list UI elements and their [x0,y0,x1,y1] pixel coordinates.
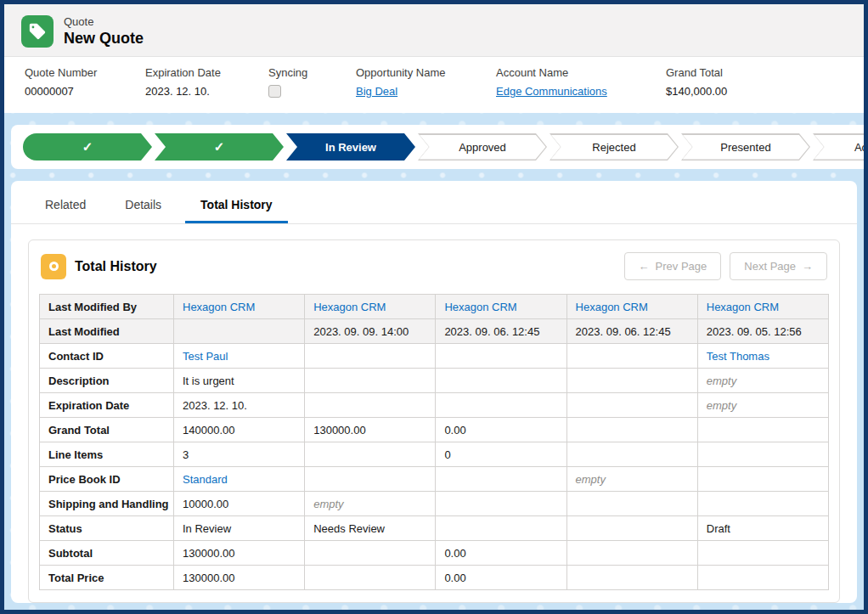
field-label: Grand Total [666,66,727,79]
field-opportunity-name: Opportunity NameBig Deal [356,66,496,101]
cell-link[interactable]: Test Thomas [707,350,769,363]
cell [174,319,305,344]
cell [697,566,828,590]
cell [305,369,436,393]
path-stage-label: Presented [683,135,809,160]
cell: Hexagon CRM [566,295,697,319]
cell [566,492,697,516]
field-value: 00000007 [25,85,145,98]
cell-link[interactable]: Standard [183,473,228,486]
path-stage-label: Rejected [551,135,678,160]
table-row-price-book-id: Price Book IDStandardempty [40,467,829,492]
table-row-last-modified: Last Modified2023. 09. 09. 14:002023. 09… [40,319,829,344]
path-stage-in-review[interactable]: In Review [286,133,415,161]
prev-page-button[interactable]: ← Prev Page [624,252,722,280]
cell-link[interactable]: Hexagon CRM [576,301,648,313]
table-row-line-items: Line Items30 [40,442,829,467]
main-card: RelatedDetailsTotal History Total Histor… [11,181,857,603]
table-row-subtotal: Subtotal130000.000.00 [40,541,829,566]
cell: 0.00 [436,541,566,566]
cell: Hexagon CRM [697,295,828,319]
cell [697,492,828,516]
cell: 130000.00 [174,541,305,566]
field-value[interactable]: Edge Communications [496,85,666,98]
cell [436,344,566,369]
field-label: Account Name [496,66,666,79]
tab-total-history[interactable]: Total History [185,186,288,223]
cell [305,566,436,590]
cell-link[interactable]: Test Paul [183,350,228,363]
tag-glyph [28,22,47,41]
cell: 3 [174,442,305,467]
cell-link[interactable]: Hexagon CRM [183,301,255,313]
tab-related[interactable]: Related [30,186,101,223]
history-table-body: Last Modified ByHexagon CRMHexagon CRMHe… [40,295,829,590]
path-stage-rejected[interactable]: Rejected [550,133,679,161]
next-page-label: Next Page [744,260,796,273]
cell: 2023. 09. 05. 12:56 [697,319,828,344]
history-icon-glyph [49,262,59,271]
cell [305,467,436,492]
cell [566,541,697,566]
row-label: Status [40,516,174,541]
row-label: Description [40,369,174,393]
cell: 0.00 [436,566,566,590]
history-table: Last Modified ByHexagon CRMHexagon CRMHe… [39,294,829,590]
cell: 140000.00 [174,418,305,442]
cell: empty [566,467,697,492]
cell [566,566,697,590]
field-label: Expiration Date [145,66,268,79]
cell [697,467,828,492]
field-label: Opportunity Name [356,66,496,79]
cell-link[interactable]: Hexagon CRM [707,301,779,313]
row-label: Shipping and Handling [40,492,174,516]
syncing-checkbox[interactable] [268,85,281,98]
path-stage-stage-1[interactable]: ✓ [23,133,152,161]
path-stage-accepted[interactable]: Accepted [813,133,864,161]
check-icon: ✓ [82,139,93,155]
path-stage-approved[interactable]: Approved [418,133,547,161]
table-row-expiration-date: Expiration Date2023. 12. 10.empty [40,393,829,418]
cell: 0 [436,442,566,467]
next-page-button[interactable]: Next Page → [730,252,827,280]
tab-bar: RelatedDetailsTotal History [11,186,857,224]
field-account-name: Account NameEdge Communications [496,66,666,101]
cell: Hexagon CRM [305,295,436,319]
field-label: Syncing [268,66,356,79]
page-title: New Quote [64,30,144,48]
cell-link[interactable]: Hexagon CRM [313,301,386,313]
cell [566,369,697,393]
cell: Test Thomas [697,344,828,369]
cell-link[interactable]: Hexagon CRM [444,301,516,313]
table-row-last-modified-by: Last Modified ByHexagon CRMHexagon CRMHe… [40,295,829,319]
path-stage-label: Approved [420,135,546,160]
row-label: Total Price [40,566,174,590]
left-arrow-icon: ← [639,260,650,273]
cell [697,418,828,442]
cell: 2023. 09. 06. 12:45 [566,319,697,344]
cell: 2023. 09. 09. 14:00 [305,319,436,344]
prev-page-label: Prev Page [656,260,707,273]
cell [305,442,436,467]
cell: Hexagon CRM [436,295,566,319]
cell: 2023. 09. 06. 12:45 [436,319,566,344]
cell [436,467,566,492]
cell [697,541,828,566]
field-value[interactable]: Big Deal [356,85,496,98]
cell: 2023. 12. 10. [174,393,305,418]
row-label: Line Items [40,442,174,467]
cell: 130000.00 [174,566,305,590]
path-stage-label: Accepted [814,135,865,160]
cell [436,492,566,516]
path-stage-presented[interactable]: Presented [681,133,810,161]
right-arrow-icon: → [802,260,813,273]
cell: Draft [697,516,828,541]
record-header: Quote New Quote [4,4,864,56]
cell [566,516,697,541]
tab-details[interactable]: Details [110,186,177,223]
path-stage-stage-2[interactable]: ✓ [155,133,284,161]
panel-title: Total History [75,259,157,274]
table-row-total-price: Total Price130000.000.00 [40,566,829,590]
check-icon: ✓ [214,139,225,155]
cell: 0.00 [436,418,566,442]
